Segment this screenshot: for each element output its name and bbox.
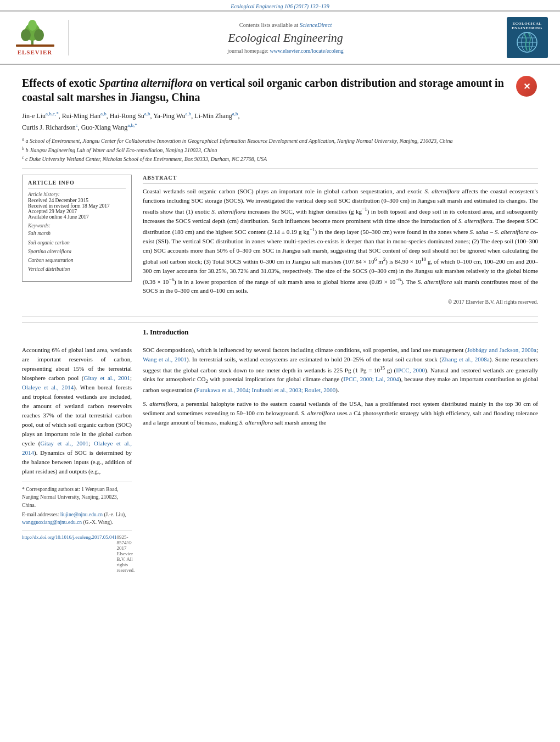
keywords-list: Salt marsh Soil organic carbon Spartina …: [28, 229, 126, 274]
contents-line: Contents lists available at ScienceDirec…: [80, 22, 491, 28]
ref-wang-2001[interactable]: Wang et al., 2001: [143, 356, 187, 362]
doi-link[interactable]: http://dx.doi.org/10.1016/j.ecoleng.2017…: [22, 534, 117, 573]
intro-para-left: Accounting 6% of global land area, wetla…: [22, 345, 132, 477]
svg-point-2: [21, 29, 31, 41]
intro-right-col: SOC decomposition), which is influenced …: [143, 345, 538, 576]
elsevier-tree-icon: [16, 20, 54, 47]
globe-icon: [516, 31, 538, 53]
crossmark-badge[interactable]: ✕: [516, 76, 538, 98]
keywords-group: Keywords: Salt marsh Soil organic carbon…: [28, 223, 126, 274]
right-column: ABSTRACT Coastal wetlands soil organic c…: [143, 175, 538, 310]
journal-logo-right: ECOLOGICALENGINEERING: [502, 17, 552, 58]
body-divider: [22, 316, 538, 316]
copyright-line: © 2017 Elsevier B.V. All rights reserved…: [143, 299, 538, 305]
page-wrapper: Ecological Engineering 106 (2017) 132–13…: [0, 0, 560, 575]
issn-text: 0925-8574/© 2017 Elsevier B.V. All right…: [117, 534, 135, 573]
intro-left-col: Accounting 6% of global land area, wetla…: [22, 345, 132, 576]
sciencedirect-link[interactable]: ScienceDirect: [300, 22, 332, 28]
article-content: Effects of exotic Spartina alterniflora …: [0, 65, 560, 575]
article-title: Effects of exotic Spartina alterniflora …: [22, 76, 516, 104]
article-title-section: Effects of exotic Spartina alterniflora …: [22, 65, 538, 110]
intro-para-right-2: S. alterniflora, a perennial halophyte n…: [143, 399, 538, 427]
email-addresses: E-mail addresses: liujine@njnu.edu.cn (J…: [22, 511, 132, 527]
footnote-section: * Corresponding authors at: 1 Wenyuan Ro…: [22, 482, 132, 526]
journal-reference: Ecological Engineering 106 (2017) 132–13…: [231, 3, 329, 9]
keyword-5: Vertical distribution: [28, 265, 126, 274]
section-divider: [22, 169, 538, 169]
left-column: ARTICLE INFO Article history: Received 2…: [22, 175, 132, 310]
online-date: Available online 4 June 2017: [28, 214, 126, 220]
journal-homepage: journal homepage: www.elsevier.com/locat…: [80, 48, 491, 54]
authors-line: Jin-e Liua,b,c,*, Rui-Ming Hana,b, Hai-R…: [22, 110, 538, 133]
abstract-label: ABSTRACT: [143, 175, 538, 183]
ref-gitay-2001[interactable]: Gitay et al., 2001: [84, 375, 130, 381]
abstract-section: ABSTRACT Coastal wetlands soil organic c…: [143, 175, 538, 304]
article-info-abstract: ARTICLE INFO Article history: Received 2…: [22, 175, 538, 310]
received-date: Received 24 December 2015: [28, 198, 126, 203]
keyword-2: Soil organic carbon: [28, 238, 126, 247]
accepted-date: Accepted 29 May 2017: [28, 209, 126, 214]
corresponding-note: * Corresponding authors at: 1 Wenyuan Ro…: [22, 486, 132, 509]
higher-text: higher: [309, 208, 324, 215]
introduction-section: 1. Introduction: [22, 322, 538, 341]
journal-title-main: Ecological Engineering: [80, 31, 491, 45]
ref-zhang-2008a[interactable]: Zhang et al., 2008a: [441, 356, 490, 362]
footer-bar: http://dx.doi.org/10.1016/j.ecoleng.2017…: [22, 531, 132, 575]
email1-link[interactable]: liujine@njnu.edu.cn: [60, 512, 103, 517]
ref-ipcc-lal[interactable]: IPCC, 2000; Lal, 2004: [343, 376, 399, 382]
elsevier-logo: ELSEVIER: [8, 20, 69, 55]
svg-point-4: [28, 20, 37, 31]
journal-homepage-link[interactable]: www.elsevier.com/locate/ecoleng: [270, 48, 343, 54]
ref-olaleye-2014[interactable]: Olaleye et al., 2014: [22, 384, 74, 390]
journal-top-bar: Ecological Engineering 106 (2017) 132–13…: [0, 0, 560, 10]
ref-jobbagy[interactable]: Jobbágy and Jackson, 2000a: [467, 347, 536, 353]
email2-link[interactable]: wangguoxiang@njnu.edu.cn: [22, 520, 82, 525]
ref-ipcc-2000[interactable]: IPCC, 2000: [396, 366, 425, 373]
ref-furukawa[interactable]: Furukawa et al., 2004; Inubushi et al., …: [196, 387, 335, 393]
crossmark-icon: ✕: [516, 76, 537, 97]
article-info-box: ARTICLE INFO Article history: Received 2…: [22, 175, 132, 282]
intro-two-col: Accounting 6% of global land area, wetla…: [22, 345, 538, 576]
affiliations: a a School of Environment, Jiangsu Cente…: [22, 136, 538, 163]
body-left: [22, 328, 132, 341]
ref-gitay-cycle[interactable]: Gitay et al., 2001: [41, 440, 89, 447]
keyword-4: Carbon sequestration: [28, 256, 126, 265]
abstract-text: Coastal wetlands soil organic carbon (SO…: [143, 187, 538, 295]
article-history-group: Article history: Received 24 December 20…: [28, 192, 126, 220]
keyword-3: Spartina alterniflora: [28, 247, 126, 256]
article-info-label: ARTICLE INFO: [28, 180, 126, 188]
eco-eng-logo-icon: ECOLOGICALENGINEERING: [507, 17, 548, 58]
intro-para-right-1: SOC decomposition), which is influenced …: [143, 345, 538, 395]
intro-title: 1. Introduction: [143, 328, 538, 337]
header-section: ELSEVIER Contents lists available at Sci…: [0, 10, 560, 65]
svg-point-3: [34, 29, 44, 41]
body-right: 1. Introduction: [143, 328, 538, 341]
elsevier-brand-text: ELSEVIER: [18, 49, 53, 55]
history-label: Article history:: [28, 192, 126, 197]
revised-date: Received in revised form 18 May 2017: [28, 203, 126, 209]
keywords-label: Keywords:: [28, 223, 126, 228]
journal-center: Contents lists available at ScienceDirec…: [69, 22, 502, 54]
svg-rect-5: [16, 44, 54, 47]
keyword-1: Salt marsh: [28, 229, 126, 238]
